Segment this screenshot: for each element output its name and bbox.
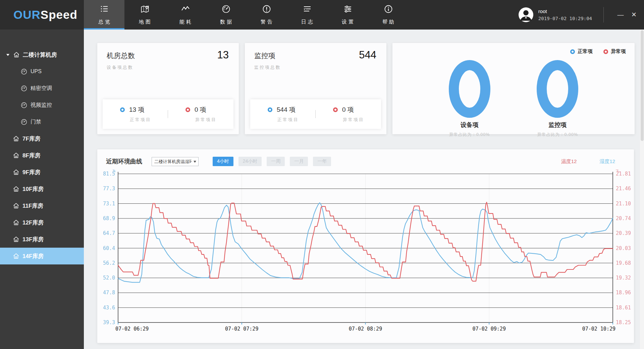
- donut-label: 设备项: [448, 121, 491, 129]
- sidebar-item-14f[interactable]: 14F库房: [0, 248, 84, 264]
- range-button-一年[interactable]: 一年: [313, 157, 331, 166]
- normal-count: 544 项: [268, 105, 316, 114]
- nav-item-data[interactable]: 数据: [206, 0, 246, 30]
- minimize-button[interactable]: —: [614, 0, 627, 30]
- y-right-tick-label: 18.96: [616, 290, 631, 296]
- y-right-tick-label: 19.32: [616, 275, 631, 281]
- sidebar-item-11f[interactable]: 11F库房: [0, 197, 84, 214]
- nav-item-label: 总览: [97, 19, 112, 25]
- window-controls-divider: [603, 7, 604, 22]
- curve-source-select-wrap: 二楼计算机房温湿环: [152, 157, 199, 166]
- card-title: 监控项: [254, 51, 377, 60]
- sidebar-item-10f[interactable]: 10F库房: [0, 181, 84, 197]
- gauge-icon: [21, 68, 27, 75]
- abnormal-label: 异常项目: [195, 117, 233, 123]
- x-tick-label: 07-02 07:29: [225, 326, 258, 332]
- wave-icon: [181, 4, 190, 15]
- sidebar-item-label: 视频监控: [31, 102, 52, 109]
- y-right-tick-label: 21.46: [616, 186, 631, 192]
- y-left-tick-label: 56.2: [103, 260, 115, 266]
- donut-panel: 正常项异常项 设备项异常占比为：0.00%监控项异常占比为：0.00%: [392, 43, 635, 134]
- abnormal-ring-icon: [603, 49, 608, 54]
- sidebar-item-label: 14F库房: [22, 252, 44, 260]
- series-label-humidity[interactable]: 湿度12: [599, 158, 615, 165]
- nav-item-label: 日志: [300, 19, 315, 25]
- nav-item-energy[interactable]: 能耗: [165, 0, 206, 30]
- curve-source-select[interactable]: 二楼计算机房温湿环: [152, 157, 199, 166]
- map-icon: [140, 4, 150, 15]
- sidebar-item-aircon[interactable]: 精密空调: [0, 80, 84, 97]
- nav-item-settings[interactable]: 设置: [327, 0, 368, 30]
- gauge-icon: [221, 4, 231, 15]
- normal-label: 正常项目: [277, 117, 316, 123]
- sidebar-item-8f[interactable]: 8F库房: [0, 147, 84, 164]
- sidebar-item-ups[interactable]: UPS: [0, 63, 84, 80]
- donut-caption: 异常占比为：0.00%: [536, 132, 579, 138]
- card-status-strip: 13 项正常项目0 项异常项目: [103, 99, 233, 129]
- card-value: 13: [217, 49, 229, 61]
- normal-count-text: 544 项: [277, 105, 296, 114]
- time-range-buttons: 4小时24小时一周一月一年: [213, 157, 331, 166]
- donut-monitors: 监控项异常占比为：0.00%: [536, 60, 579, 138]
- sidebar-item-7f[interactable]: 7F库房: [0, 130, 84, 147]
- sidebar-group-room2f[interactable]: 二楼计算机房: [0, 46, 84, 63]
- nav-item-log[interactable]: 日志: [287, 0, 327, 30]
- summary-cards-row: 机房总数13设备项总数13 项正常项目0 项异常项目监控项544监控项总数544…: [97, 43, 635, 134]
- y-left-tick-label: 39.3: [103, 319, 115, 326]
- nav-item-label: 数据: [218, 19, 233, 25]
- home-icon: [13, 152, 19, 159]
- nav-item-label: 能耗: [178, 19, 193, 25]
- card-title: 机房总数: [107, 51, 229, 60]
- sliders-icon: [343, 4, 353, 15]
- home-icon: [13, 253, 19, 259]
- sidebar-item-door[interactable]: 门禁: [0, 113, 84, 130]
- range-button-一周[interactable]: 一周: [267, 157, 285, 166]
- y-left-tick-label: 47.8: [103, 290, 115, 296]
- donut-label: 监控项: [536, 121, 579, 129]
- range-button-24小时[interactable]: 24小时: [238, 157, 262, 166]
- legend-item-abnormal: 异常项: [603, 48, 626, 55]
- y-left-tick-label: 68.9: [103, 215, 115, 221]
- scrollbar-thumb[interactable]: [641, 30, 644, 141]
- logo-part-blue: OUR: [13, 8, 41, 21]
- sidebar-item-9f[interactable]: 9F库房: [0, 164, 84, 181]
- sidebar-item-video[interactable]: 视频监控: [0, 97, 84, 113]
- sidebar-item-label: 精密空调: [31, 85, 52, 92]
- sidebar-item-label: 13F库房: [22, 236, 44, 243]
- nav-item-alert[interactable]: 警告: [246, 0, 287, 30]
- series-label-temperature[interactable]: 温度12: [561, 158, 577, 165]
- sidebar-item-label: 12F库房: [22, 219, 44, 227]
- sidebar-item-label: 7F库房: [22, 135, 41, 143]
- card-status-strip: 544 项正常项目0 项异常项目: [250, 99, 381, 129]
- user-avatar[interactable]: [518, 7, 534, 22]
- gauge-icon: [21, 85, 27, 92]
- y-right-tick-label: 19.68: [616, 260, 631, 266]
- app-window: OURSpeed 总览地图能耗数据警告日志设置帮助 root 2019-07-0…: [0, 0, 644, 349]
- abnormal-ring-icon: [333, 107, 338, 112]
- range-button-4小时[interactable]: 4小时: [213, 157, 233, 166]
- nav-item-help[interactable]: 帮助: [368, 0, 409, 30]
- gauge-icon: [21, 119, 27, 125]
- top-bar: OURSpeed 总览地图能耗数据警告日志设置帮助 root 2019-07-0…: [0, 0, 644, 30]
- nav-item-overview[interactable]: 总览: [84, 0, 124, 30]
- donut-devices: 设备项异常占比为：0.00%: [448, 60, 491, 138]
- nav-item-map[interactable]: 地图: [124, 0, 165, 30]
- abnormal-count: 0 项: [185, 105, 233, 114]
- y-left-tick-label: 77.3: [103, 186, 115, 192]
- scrollbar-track: [640, 30, 644, 349]
- close-button[interactable]: ✕: [627, 0, 641, 30]
- range-button-一月[interactable]: 一月: [290, 157, 308, 166]
- home-icon: [13, 236, 19, 243]
- chart-title: 近期环境曲线: [106, 157, 142, 165]
- log-icon: [303, 4, 312, 15]
- sidebar-item-13f[interactable]: 13F库房: [0, 231, 84, 248]
- caret-down-icon[interactable]: [6, 53, 10, 57]
- normal-count: 13 项: [120, 105, 168, 114]
- y-left-tick-label: 60.4: [103, 245, 115, 251]
- alert-icon: [262, 4, 271, 15]
- user-name: root: [538, 8, 592, 14]
- nav-item-label: 设置: [340, 19, 355, 25]
- sidebar-item-label: 9F库房: [22, 168, 41, 176]
- environment-curve-chart: %℃81.577.373.168.964.760.456.252.047.843…: [97, 169, 634, 343]
- sidebar-item-12f[interactable]: 12F库房: [0, 214, 84, 231]
